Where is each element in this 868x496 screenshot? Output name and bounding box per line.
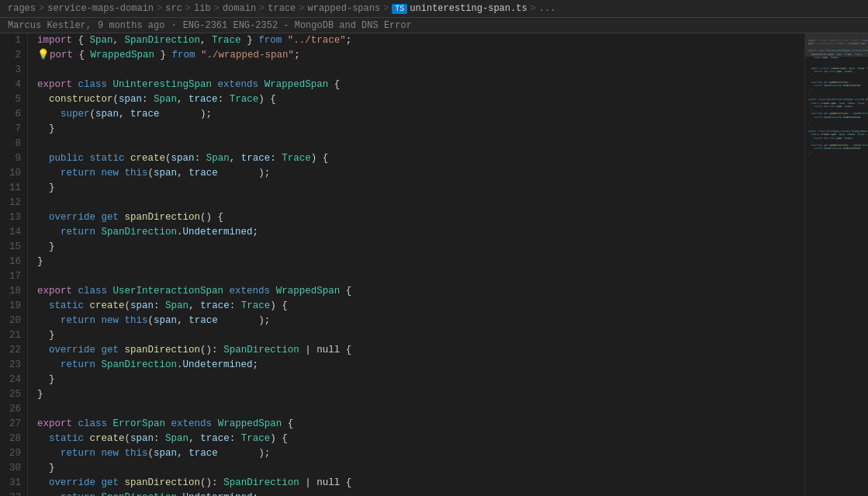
token-plain xyxy=(107,284,113,299)
line-number: 18 xyxy=(3,284,21,299)
token-plain: } xyxy=(37,240,55,255)
token-plain xyxy=(37,299,49,314)
token-plain xyxy=(95,343,102,358)
token-cls: Span xyxy=(206,151,230,166)
token-plain: : xyxy=(154,299,165,314)
token-fn: create xyxy=(90,299,125,314)
token-plain: ); xyxy=(160,107,213,122)
token-plain: } xyxy=(37,373,55,387)
token-plain xyxy=(107,417,113,432)
line-number: 9 xyxy=(3,151,21,166)
token-plain xyxy=(282,33,288,48)
token-plain: ( xyxy=(113,92,119,107)
breadcrumb-part: lib xyxy=(194,3,211,14)
token-plain: : xyxy=(270,151,282,166)
git-author: Marcus Kestler, xyxy=(8,20,92,31)
token-plain: ( xyxy=(148,446,154,461)
token-kw: get xyxy=(102,343,119,358)
token-plain xyxy=(37,476,49,491)
breadcrumb-part: src xyxy=(165,3,182,14)
token-plain xyxy=(72,417,78,432)
token-plain: : xyxy=(230,432,241,446)
token-kw: get xyxy=(102,476,119,491)
token-plain xyxy=(37,151,49,166)
token-cls: Trace xyxy=(241,432,271,446)
token-plain xyxy=(119,314,125,328)
token-plain: , xyxy=(188,299,200,314)
token-str: "../trace" xyxy=(288,33,346,48)
token-kw: return xyxy=(61,166,95,181)
token-kw: class xyxy=(78,417,108,432)
token-param: trace xyxy=(188,166,218,181)
token-plain xyxy=(37,225,61,240)
token-kw: return xyxy=(61,446,95,461)
breadcrumb-sep: > xyxy=(214,3,220,14)
line-number: 21 xyxy=(3,328,21,343)
token-kw: from xyxy=(258,33,282,48)
token-kw: this xyxy=(125,166,148,181)
code-line: } xyxy=(37,461,804,476)
code-line: 💡port { WrappedSpan } from "./wrapped-sp… xyxy=(37,48,804,63)
token-param: span xyxy=(154,166,177,181)
code-line: } xyxy=(37,255,804,269)
code-editor[interactable]: 1234567891011121314151617181920212223242… xyxy=(0,33,804,496)
breadcrumb-sep: > xyxy=(39,3,44,14)
token-cls: Trace xyxy=(241,299,271,314)
file-type-badge: TS xyxy=(392,4,407,14)
token-plain: ( xyxy=(148,314,154,328)
line-number: 27 xyxy=(3,417,21,432)
token-kw: from xyxy=(172,48,195,63)
token-plain: , xyxy=(177,92,188,107)
token-plain: , xyxy=(177,446,188,461)
token-cls: Trace xyxy=(212,33,241,48)
token-cls: ErrorSpan xyxy=(113,417,166,432)
token-plain: , xyxy=(113,33,125,48)
git-message: ENG-2361 ENG-2352 - MongoDB and DNS Erro… xyxy=(183,20,412,31)
code-content[interactable]: import { Span, SpanDirection, Trace } fr… xyxy=(28,33,804,496)
code-line: return new this(span, trace ); xyxy=(37,166,804,181)
token-plain xyxy=(119,476,125,491)
token-kw2: export xyxy=(37,417,72,432)
token-cls: SpanDirection xyxy=(223,343,299,358)
token-str: "./wrapped-span" xyxy=(201,48,294,63)
breadcrumb-part: rages xyxy=(8,3,36,14)
line-number: 4 xyxy=(3,78,21,92)
code-line xyxy=(37,196,804,210)
code-line: } xyxy=(37,240,804,255)
token-plain: } xyxy=(37,122,55,137)
breadcrumb-part: domain xyxy=(223,3,256,14)
token-plain xyxy=(212,417,218,432)
token-plain xyxy=(95,358,102,373)
token-plain: , xyxy=(188,432,200,446)
token-cls: Span xyxy=(90,33,113,48)
token-kw: class xyxy=(78,284,108,299)
line-number: 12 xyxy=(3,196,21,210)
token-kw: override xyxy=(49,210,95,225)
token-plain: } xyxy=(37,181,55,196)
token-prop: Undetermined xyxy=(183,358,253,373)
token-plain xyxy=(37,210,49,225)
line-number: 7 xyxy=(3,122,21,137)
token-param: span xyxy=(130,299,154,314)
token-plain: ; xyxy=(294,48,300,63)
line-number: 6 xyxy=(3,107,21,122)
token-cls: Span xyxy=(165,432,188,446)
token-kw: static xyxy=(90,151,125,166)
token-plain: } xyxy=(37,328,55,343)
line-number: 2 xyxy=(3,48,21,63)
token-cls: SpanDirection xyxy=(125,33,201,48)
token-cls: Trace xyxy=(282,151,311,166)
code-line xyxy=(37,137,804,151)
token-kw2: export xyxy=(37,284,72,299)
token-fn: spanDirection xyxy=(125,210,201,225)
code-line: } xyxy=(37,122,804,137)
token-plain: ( xyxy=(90,107,96,122)
token-plain xyxy=(107,78,113,92)
token-plain: () { xyxy=(200,210,223,225)
token-plain xyxy=(258,78,265,92)
line-number: 10 xyxy=(3,166,21,181)
minimap[interactable]: import { Span, SpanDirection, Trace } fr… xyxy=(804,33,868,496)
token-plain xyxy=(37,343,49,358)
editor-main: 1234567891011121314151617181920212223242… xyxy=(0,33,868,496)
token-cls: SpanDirection xyxy=(102,491,178,496)
